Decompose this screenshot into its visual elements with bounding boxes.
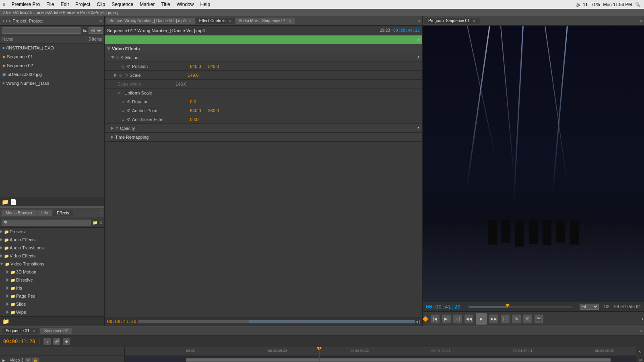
center-panel-menu[interactable]: ≡	[418, 19, 421, 23]
add-marker-button[interactable]: ◆	[63, 338, 70, 345]
monitor-marker-button[interactable]	[423, 316, 428, 322]
ec-reset-icon[interactable]: ↺	[417, 38, 420, 42]
tab-info[interactable]: Info	[37, 210, 52, 216]
ec-rotation-value[interactable]: 0.0	[190, 99, 196, 104]
ec-motion-header[interactable]: ◇ ⟲ Motion ↺	[105, 53, 422, 62]
tab-sequence01[interactable]: Sequence 01 ✕	[2, 328, 39, 334]
list-item[interactable]: ■ Wrong Number_[ Dan	[0, 79, 104, 88]
sync-lock-video3[interactable]: 🔒	[32, 358, 39, 362]
menu-edit[interactable]: Edit	[60, 2, 69, 7]
monitor-step-back-button[interactable]: |◀	[431, 315, 440, 323]
track-select-tool[interactable]: ⊞	[637, 357, 644, 362]
ec-opacity-header[interactable]: ⟲ Opacity ↺	[105, 124, 422, 133]
sequence01-tab-close[interactable]: ✕	[32, 329, 35, 333]
new-custom-bin-button[interactable]: 📁	[2, 318, 9, 325]
tree-item-presets[interactable]: 📁 Presets	[0, 228, 104, 236]
tree-item-page-peel[interactable]: 📁 Page Peel	[0, 292, 104, 300]
rotation-keyframe-icon[interactable]: ◇	[122, 100, 124, 104]
source-tab-close[interactable]: ✕	[189, 19, 192, 23]
program-monitor-tab-close[interactable]: ✕	[473, 19, 476, 23]
menu-marker[interactable]: Marker	[140, 2, 155, 7]
monitor-timeline-bar[interactable]	[469, 306, 572, 308]
monitor-play-button[interactable]: ▶	[476, 313, 487, 325]
position-keyframe-icon[interactable]: ◇	[122, 64, 124, 68]
ec-video-effects-header[interactable]: Video Effects	[105, 44, 422, 53]
position-stopwatch-icon[interactable]: ⏱	[127, 64, 130, 68]
tree-item-dissolve[interactable]: 📁 Dissolve	[0, 276, 104, 284]
tree-item-audio-transitions[interactable]: 📁 Audio Transitions	[0, 244, 104, 252]
new-item-button[interactable]: 📄	[10, 199, 17, 205]
ec-time-remap-header[interactable]: Time Remapping	[105, 133, 422, 142]
project-search-input[interactable]	[2, 27, 81, 34]
tree-item-iris[interactable]: 📁 Iris	[0, 284, 104, 292]
selection-tool[interactable]: ↖	[637, 349, 644, 355]
ec-scale-value[interactable]: 149.6	[188, 73, 199, 78]
menu-title[interactable]: Title	[161, 2, 170, 7]
new-bin-button[interactable]: 📁	[2, 199, 8, 205]
effects-panel-menu[interactable]: ≡	[100, 211, 103, 215]
monitor-step-fwd-button[interactable]: ▶|	[442, 315, 451, 323]
scale-expand-icon[interactable]	[114, 74, 117, 77]
tab-effect-controls[interactable]: Effect Controls ✕	[196, 18, 235, 24]
monitor-out-button[interactable]: |→	[501, 315, 510, 323]
scale-keyframe-icon[interactable]: ◇	[119, 73, 122, 77]
monitor-safe-button[interactable]: ⊞	[523, 315, 532, 323]
tree-item-3d-motion[interactable]: 📁 3D Motion	[0, 268, 104, 276]
tab-program-monitor[interactable]: Program: Sequence 01 ✕	[424, 18, 480, 24]
monitor-in-button[interactable]: ←|	[453, 315, 462, 323]
tree-item-video-effects[interactable]: 📁 Video Effects	[0, 252, 104, 260]
tab-source[interactable]: Source: Wrong Number_[ Dance Ver.].mp4 ✕	[106, 18, 195, 24]
effect-controls-tab-close[interactable]: ✕	[228, 19, 231, 23]
effects-search-input[interactable]	[2, 220, 91, 226]
tree-item-video-transitions[interactable]: 📁 Video Transitions	[0, 260, 104, 268]
ec-current-time[interactable]: 00:00:41:20	[107, 319, 136, 324]
list-item[interactable]: ▣ uDMusic0032.jpg	[0, 70, 104, 79]
track-row-video3[interactable]	[125, 356, 636, 362]
monitor-prev-frame-button[interactable]: ◀◀	[464, 315, 473, 323]
ec-opacity-reset[interactable]: ↺	[417, 126, 420, 130]
list-item[interactable]: ■ (INSTRUMENTAL) EXO	[0, 43, 104, 52]
tab-audio-mixer[interactable]: Audio Mixer: Sequence 01 ✕	[235, 18, 295, 24]
ec-position-x[interactable]: 640.0	[190, 64, 201, 69]
uniform-scale-checkbox[interactable]: ✓	[118, 90, 121, 95]
menu-sequence[interactable]: Sequence	[111, 2, 133, 7]
app-name[interactable]: Premiere Pro	[11, 2, 40, 7]
anchor-stopwatch-icon[interactable]: ⏱	[127, 109, 130, 113]
menu-project[interactable]: Project	[75, 2, 90, 7]
in-select[interactable]: All	[89, 27, 103, 34]
motion-keyframe-toggle[interactable]: ◇	[116, 56, 119, 60]
scale-stopwatch-icon[interactable]: ⏱	[124, 73, 128, 77]
list-item[interactable]: ◆ Sequence 02	[0, 61, 104, 70]
tree-item-wipe[interactable]: 📁 Wipe	[0, 308, 104, 316]
ec-end-btn[interactable]: ▸|	[417, 319, 420, 324]
antiflicker-keyframe-icon[interactable]: ◇	[122, 117, 124, 121]
effects-options-button[interactable]: ⚙	[99, 220, 103, 225]
list-item[interactable]: ◆ Sequence 01	[0, 52, 104, 61]
menu-clip[interactable]: Clip	[97, 2, 105, 7]
ec-motion-reset[interactable]: ↺	[417, 56, 420, 60]
effects-new-bin-button[interactable]: 📁	[93, 220, 97, 225]
toggle-track-output-video3[interactable]: 👁	[25, 358, 31, 362]
monitor-fit-select[interactable]: Fit 25% 50% 100%	[580, 304, 599, 310]
menu-help[interactable]: Help	[200, 2, 210, 7]
monitor-timecode[interactable]: 00:00:41:20	[426, 304, 460, 310]
window-controls[interactable]: ● ● ●	[2, 19, 11, 23]
ec-position-y[interactable]: 540.0	[208, 64, 219, 69]
tree-item-slide[interactable]: 📁 Slide	[0, 300, 104, 308]
snap-button[interactable]: ⋮	[43, 338, 51, 345]
monitor-add-button[interactable]: +	[642, 317, 644, 321]
antiflicker-stopwatch-icon[interactable]: ⏱	[127, 117, 130, 121]
linked-select-button[interactable]: 🔗	[53, 338, 60, 345]
ec-anchor-x[interactable]: 640.0	[190, 108, 201, 113]
rotation-stopwatch-icon[interactable]: ⏱	[127, 100, 130, 104]
monitor-next-frame-button[interactable]: ▶▶	[489, 315, 498, 323]
audio-mixer-tab-close[interactable]: ✕	[289, 19, 292, 23]
menu-file[interactable]: File	[46, 2, 54, 7]
tab-effects[interactable]: Effects	[53, 210, 73, 216]
monitor-export-button[interactable]: 📷	[535, 315, 543, 323]
timeline-panel-menu[interactable]: ≡	[640, 329, 642, 333]
apple-menu[interactable]: 	[3, 2, 5, 7]
timeline-current-time[interactable]: 00:00:41:20	[3, 339, 35, 344]
program-monitor-menu[interactable]: ≡	[640, 19, 642, 23]
anchor-keyframe-icon[interactable]: ◇	[122, 109, 124, 113]
